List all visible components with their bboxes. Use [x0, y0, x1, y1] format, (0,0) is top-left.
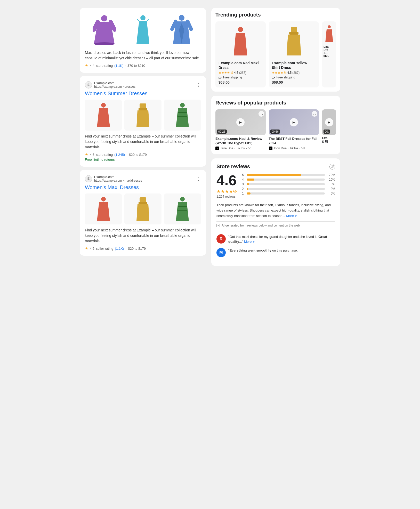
rating-breakdown: 5 70% 4 10% 3 3% 2 2%	[242, 173, 335, 198]
user-avatar-1: R	[216, 234, 226, 244]
trending-card: Trending products Example.com Red Maxi D…	[211, 8, 340, 92]
svg-rect-23	[289, 32, 298, 35]
store1-title[interactable]: Women's Summer Dresses	[85, 91, 201, 96]
bar-fill-1	[247, 192, 251, 195]
store1-green-dress	[164, 100, 201, 131]
store2-name-url: Example.com https://example.com › maxidr…	[94, 175, 142, 182]
tiktok-icon-2: ♪	[269, 147, 272, 150]
reviews-more-link[interactable]: More ∨	[286, 214, 297, 218]
store1-price: $20 to $179	[129, 153, 147, 157]
bar-percent-3: 3%	[327, 182, 335, 186]
top-rating-label: store rating	[96, 64, 113, 68]
bar-percent-1: 5%	[327, 192, 335, 195]
star-icon-2: ★	[85, 152, 88, 157]
store-reviews-card: Store reviews ⓘ 4.6 ★★★★½ 1,254 reviews …	[211, 158, 340, 266]
store2-rating-label: seller rating	[96, 247, 113, 251]
store2-info: E Example.com https://example.com › maxi…	[85, 175, 142, 182]
top-rating-row: ★ 4.4 store rating (1.1K) · $70 to $210	[85, 63, 201, 68]
trending-product-1[interactable]: Example.com Red Maxi Dress ★★★★½ 4.5 (28…	[215, 21, 266, 87]
user-review-2: M "Everything went smoothly on this purc…	[216, 248, 335, 257]
bar-label-5: 5	[242, 173, 245, 177]
trending-product-2[interactable]: Example.com Yellow Shirt Dress ★★★★½ 4.5…	[269, 21, 319, 87]
store2-menu-button[interactable]: ⋮	[196, 176, 201, 182]
bar-track-4	[247, 179, 325, 181]
svg-point-0	[101, 15, 107, 21]
platform-2: ·	[288, 147, 288, 150]
star-icon-3: ★	[85, 246, 88, 251]
reviews-summary: 4.6 ★★★★½ 1,254 reviews 5 70% 4 10% 3	[216, 173, 335, 198]
bar-fill-3	[247, 183, 249, 185]
store1-rating-label: store rating	[96, 153, 113, 157]
rating-val-2: 4.5	[287, 71, 292, 75]
store2-product-row	[85, 193, 201, 224]
star-half-2: ½	[284, 71, 287, 75]
svg-point-26	[328, 25, 331, 28]
store1-rating: 4.6	[90, 153, 94, 157]
star-half: ½	[231, 71, 233, 75]
video-card-2[interactable]: ▶ 00:56 ⛶ The BEST Fall Dresses for Fall…	[269, 109, 319, 150]
big-rating: 4.6	[216, 173, 237, 188]
video-channel-2: ♪ John Doe · TikTok · 5d	[269, 147, 319, 150]
video-card-1[interactable]: ▶ 00:25 ⛶ Example.com: Haul & Review (Wo…	[215, 109, 266, 150]
bar-row-2: 2 2%	[242, 187, 335, 191]
store2-rating-link[interactable]: (1.1K)	[115, 247, 124, 251]
svg-rect-22	[291, 27, 297, 32]
trending-product-3-partial: Exa Dre 4.5 $68.	[322, 21, 336, 87]
store1-menu-button[interactable]: ⋮	[196, 82, 201, 88]
store2-header: E Example.com https://example.com › maxi…	[85, 175, 201, 182]
store2-rating: 4.6	[90, 247, 94, 251]
ai-note-text: AI generated from reviews below and cont…	[222, 224, 300, 227]
top-description: Maxi dresses are back in fashion and we …	[85, 50, 201, 61]
store1-rating-link[interactable]: (1,245)	[114, 153, 125, 157]
video-card-3-partial: ▶ 00: Exa & Ri	[322, 109, 336, 150]
svg-line-7	[147, 19, 149, 21]
svg-point-5	[140, 15, 146, 20]
play-button-1[interactable]: ▶	[236, 118, 245, 126]
trending-products-row: Example.com Red Maxi Dress ★★★★½ 4.5 (28…	[215, 21, 336, 87]
video-reviews-row: ▶ 00:25 ⛶ Example.com: Haul & Review (Wo…	[215, 109, 336, 150]
store-reviews-header: Store reviews ⓘ	[216, 164, 335, 169]
bar-label-3: 3	[242, 182, 245, 186]
trending-product-1-price: $68.00	[219, 80, 263, 84]
top-price-range: $70 to $210	[127, 64, 145, 68]
svg-rect-27	[217, 224, 220, 227]
bar-percent-4: 10%	[327, 178, 335, 181]
store1-avatar: E	[85, 81, 92, 88]
time-1: 5d	[248, 147, 251, 150]
divider-1	[216, 231, 335, 231]
info-icon[interactable]: ⓘ	[329, 164, 335, 169]
bar-label-4: 4	[242, 178, 245, 181]
store1-info: E Example.com https://example.com › dres…	[85, 81, 135, 88]
reviews-card: Reviews of popular products ▶ 00:25 ⛶ Ex…	[211, 96, 340, 154]
play-button-2[interactable]: ▶	[290, 118, 298, 126]
store1-header: E Example.com https://example.com › dres…	[85, 81, 201, 88]
svg-rect-20	[219, 77, 221, 78]
video-thumb-3: ▶ 00:	[322, 109, 336, 135]
star1: ★★★★	[219, 71, 230, 75]
video-duration-3: 00:	[324, 130, 330, 134]
store2-title[interactable]: Women's Maxi Dresses	[85, 184, 201, 190]
dress-teal	[129, 13, 157, 46]
expand-button-1[interactable]: ⛶	[259, 111, 264, 117]
bar-row-1: 1 5%	[242, 192, 335, 195]
left-panel: Maxi dresses are back in fashion and we …	[80, 8, 206, 259]
play-button-3[interactable]: ▶	[325, 118, 333, 126]
review-count-2: (287)	[292, 71, 300, 75]
trending-product-1-img	[219, 25, 263, 58]
tiktok-icon-1: ♪	[215, 147, 219, 150]
svg-marker-25	[274, 77, 275, 78]
trending-product-1-name: Example.com Red Maxi Dress	[219, 61, 263, 70]
dress-purple	[90, 13, 118, 46]
review-1-more[interactable]: More ∨	[244, 240, 255, 244]
platform-1: ·	[234, 147, 235, 150]
channel-name-2: John Doe	[273, 147, 287, 150]
video-duration-1: 00:25	[217, 130, 227, 134]
time-ago-2: TikTok	[289, 147, 298, 150]
video-thumb-2: ▶ 00:56 ⛶	[269, 109, 319, 135]
store2-card: E Example.com https://example.com › maxi…	[80, 170, 206, 256]
bar-fill-5	[247, 174, 301, 176]
bar-row-3: 3 3%	[242, 182, 335, 186]
store2-url: https://example.com › maxidresses	[94, 179, 142, 182]
top-rating-link[interactable]: (1.1K)	[114, 64, 123, 68]
review-text-1: "Got this maxi dress for my grand daught…	[228, 234, 335, 244]
